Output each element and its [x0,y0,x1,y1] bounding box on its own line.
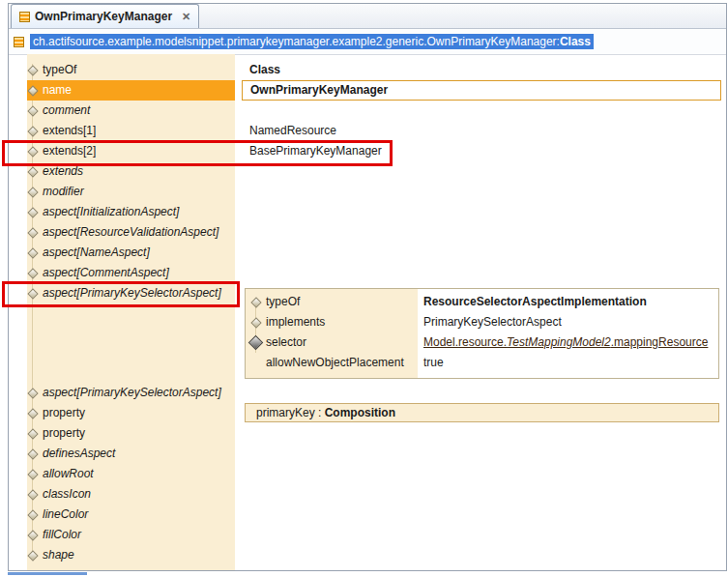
resource-icon [19,12,30,22]
diamond-icon [250,317,261,328]
property-row-name[interactable]: name [27,80,235,101]
property-label: modifier [43,182,84,202]
property-row-typeof[interactable]: typeOf [27,60,235,80]
property-label: aspect[PrimaryKeySelectorAspect] [43,383,221,403]
property-row-property-2[interactable]: property [27,423,235,444]
property-label: aspect[CommentAspect] [43,263,169,283]
property-row-fillcolor[interactable]: fillColor [27,525,235,545]
nested-row-implements[interactable]: implements [247,312,418,332]
hscrollbar-thumb[interactable] [8,572,87,575]
name-value-cell[interactable]: OwnPrimaryKeyManager [242,80,721,101]
resource-path[interactable]: ch.actifsource.example.modelsnippet.prim… [30,34,594,49]
close-icon[interactable]: ✕ [182,11,190,23]
property-label: comment [43,101,90,121]
diamond-icon [27,428,38,439]
property-label: allowNewObjectPlacement [266,353,404,373]
selector-link-part3: .mappingResource [611,335,709,349]
property-label: name [43,80,72,101]
property-row-extends-1[interactable]: extends[1] [27,121,235,141]
tab-strip: OwnPrimaryKeyManager ✕ [9,4,726,29]
nested-row-typeof[interactable]: typeOf [247,292,418,312]
diamond-icon [27,105,38,116]
nested-row-selector[interactable]: selector [247,332,418,353]
annotation-box-extends2 [2,140,393,166]
property-row-definesaspect[interactable]: definesAspect [27,444,235,464]
composition-label: primaryKey [256,406,315,419]
diamond-icon [27,227,38,238]
diamond-icon [27,126,38,136]
composition-value: Composition [325,406,395,419]
diamond-icon [27,207,38,217]
composition-separator: : [315,406,325,419]
property-row-aspect-resourcevalidation[interactable]: aspect[ResourceValidationAspect] [27,222,235,243]
diamond-icon [27,65,38,75]
diamond-icon [27,187,38,197]
nested-row-allownewobjectplacement[interactable]: allowNewObjectPlacement [247,353,418,373]
editor-page: OwnPrimaryKeyManager ✕ ch.actifsource.ex… [0,0,728,577]
property-label: extends[1] [43,121,96,141]
diamond-icon [27,469,38,479]
diamond-icon [27,268,38,278]
nested-value-allownewobjectplacement[interactable]: true [423,353,444,373]
property-row-aspect-initialization[interactable]: aspect[InitializationAspect] [27,202,235,222]
breadcrumb-bar: ch.actifsource.example.modelsnippet.prim… [9,29,726,55]
property-label: classIcon [43,484,91,505]
nested-aspect-panel: typeOf ResourceSelectorAspectImplementat… [245,288,719,379]
diamond-icon [27,509,38,520]
property-row-linecolor[interactable]: lineColor [27,505,235,525]
property-row-aspect-primarykeyselector-2[interactable]: aspect[PrimaryKeySelectorAspect] [27,383,235,403]
property-label: implements [266,312,325,332]
selector-value: Model.resource.TestMappingModel2.mapping… [423,332,708,353]
property-label: fillColor [43,525,81,545]
diamond-icon [27,247,38,258]
diamond-icon [27,388,38,398]
property-row-allowroot[interactable]: allowRoot [27,464,235,484]
value-extends-1[interactable]: NamedResource [249,121,336,141]
property-label: aspect[ResourceValidationAspect] [43,222,218,243]
property-label: property [43,403,85,423]
selector-diamond-icon [248,335,264,351]
annotation-box-aspect-primarykeyselector [2,281,240,307]
nested-value-implements[interactable]: PrimaryKeySelectorAspect [423,312,562,332]
diamond-icon [27,530,38,540]
selector-link-part1: Model.resource. [423,335,507,349]
property-label: aspect[InitializationAspect] [43,202,179,222]
property-row-comment[interactable]: comment [27,101,235,121]
property-label: aspect[NameAspect] [43,243,150,263]
resource-path-prefix: ch.actifsource.example.modelsnippet.prim… [33,35,560,48]
property-label: typeOf [43,60,76,80]
tab-title: OwnPrimaryKeyManager [35,10,172,23]
value-typeof[interactable]: Class [249,60,280,80]
property-label: typeOf [266,292,300,312]
property-row-aspect-name[interactable]: aspect[NameAspect] [27,243,235,263]
diamond-icon [27,489,38,500]
property-label: allowRoot [43,464,94,484]
diamond-icon [27,448,38,459]
property-row-classicon[interactable]: classIcon [27,484,235,505]
tab-ownprimarykeymanager[interactable]: OwnPrimaryKeyManager ✕ [11,4,199,28]
diamond-icon [27,550,38,561]
selector-link-part2: TestMappingModel2 [507,335,611,349]
resource-path-class: Class [560,35,591,48]
diamond-icon [27,166,38,177]
selector-link[interactable]: Model.resource.TestMappingModel2.mapping… [423,335,708,349]
property-row-property-1[interactable]: property [27,403,235,423]
property-label: property [43,423,85,444]
property-label: definesAspect [43,444,115,464]
resource-icon [14,37,24,47]
property-label: shape [43,545,74,565]
diamond-icon [250,297,261,307]
nested-value-typeof[interactable]: ResourceSelectorAspectImplementation [423,292,647,312]
diamond-icon [27,85,38,96]
diamond-icon [27,408,38,418]
property-row-modifier[interactable]: modifier [27,182,235,202]
property-row-aspect-comment[interactable]: aspect[CommentAspect] [27,263,235,283]
property-label: lineColor [43,505,88,525]
property-label: selector [266,332,306,353]
composition-panel[interactable]: primaryKey : Composition [245,403,719,422]
property-row-shape[interactable]: shape [27,545,235,565]
